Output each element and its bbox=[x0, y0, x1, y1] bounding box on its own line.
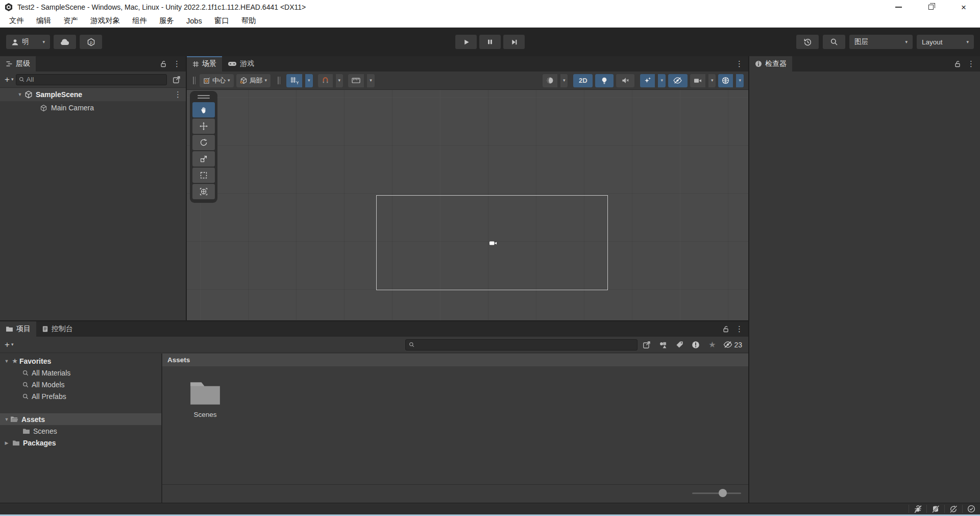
pause-button[interactable] bbox=[479, 35, 501, 49]
auto-refresh-disabled-button[interactable] bbox=[945, 503, 962, 514]
transform-tool-button[interactable] bbox=[192, 184, 215, 199]
scene-canvas[interactable] bbox=[187, 90, 748, 320]
tree-all-prefabs[interactable]: All Prefabs bbox=[0, 390, 161, 402]
menu-window[interactable]: 窗口 bbox=[208, 14, 235, 27]
play-button[interactable] bbox=[455, 35, 477, 49]
menu-gameobject[interactable]: 游戏对象 bbox=[84, 14, 126, 27]
close-button[interactable]: × bbox=[947, 0, 980, 14]
create-asset-button[interactable]: + bbox=[3, 340, 11, 349]
unlock-icon[interactable] bbox=[720, 323, 732, 335]
hierarchy-menu-kebab-icon[interactable]: ⋮ bbox=[170, 59, 183, 68]
tree-favorites[interactable]: ▼ ★ Favorites bbox=[0, 355, 161, 367]
gizmos-caret[interactable]: ▾ bbox=[736, 74, 744, 87]
camera-gizmo-icon[interactable] bbox=[489, 240, 497, 246]
tree-scenes[interactable]: Scenes bbox=[0, 425, 161, 437]
menu-help[interactable]: 帮助 bbox=[235, 14, 262, 27]
tab-hierarchy[interactable]: 层级 bbox=[0, 56, 36, 72]
tab-project[interactable]: 项目 bbox=[0, 321, 36, 337]
handle-rotation-dropdown[interactable]: 局部 ▾ bbox=[236, 74, 271, 87]
grid-settings-caret[interactable]: ▾ bbox=[305, 74, 313, 87]
collapse-arrow-icon[interactable]: ▼ bbox=[3, 359, 10, 364]
grid-visibility-toggle[interactable]: Y bbox=[286, 74, 302, 87]
inspector-menu-kebab-icon[interactable]: ⋮ bbox=[965, 59, 977, 68]
tree-all-materials[interactable]: All Materials bbox=[0, 367, 161, 379]
layout-dropdown[interactable]: Layout ▾ bbox=[917, 35, 974, 49]
tab-scene[interactable]: 场景 bbox=[187, 56, 222, 72]
tab-inspector[interactable]: 检查器 bbox=[749, 56, 792, 72]
menu-edit[interactable]: 编辑 bbox=[30, 14, 57, 27]
rect-tool-button[interactable] bbox=[192, 168, 215, 183]
grid-snapping-toggle[interactable] bbox=[318, 74, 333, 87]
project-search-input[interactable] bbox=[416, 341, 634, 348]
create-button[interactable]: + bbox=[3, 75, 11, 84]
effects-toggle[interactable] bbox=[640, 74, 655, 87]
scene-visibility-toggle[interactable] bbox=[668, 74, 688, 87]
measure-tool-button[interactable] bbox=[348, 74, 364, 87]
version-control-button[interactable]: p bbox=[80, 35, 102, 49]
undo-history-button[interactable] bbox=[796, 35, 819, 49]
2d-mode-toggle[interactable]: 2D bbox=[573, 74, 593, 87]
unlock-icon[interactable] bbox=[157, 58, 169, 70]
tree-assets[interactable]: ▼ Assets bbox=[0, 413, 161, 425]
status-ok-button[interactable] bbox=[963, 503, 980, 514]
collapse-arrow-icon[interactable]: ▼ bbox=[3, 417, 10, 422]
account-dropdown[interactable]: 明 ▾ bbox=[6, 35, 50, 49]
cache-server-disabled-button[interactable] bbox=[927, 503, 944, 514]
hierarchy-search-input[interactable] bbox=[26, 76, 164, 83]
pivot-mode-dropdown[interactable]: 中心 ▾ bbox=[200, 74, 234, 87]
snap-settings-caret[interactable]: ▾ bbox=[336, 74, 344, 87]
create-dropdown-caret-icon[interactable]: ▾ bbox=[11, 77, 14, 82]
debugger-disabled-button[interactable] bbox=[909, 503, 926, 514]
tree-all-models[interactable]: All Models bbox=[0, 379, 161, 390]
search-by-label-icon[interactable] bbox=[673, 339, 685, 351]
draw-mode-button[interactable] bbox=[543, 74, 557, 87]
project-menu-kebab-icon[interactable]: ⋮ bbox=[733, 324, 746, 334]
menu-component[interactable]: 组件 bbox=[126, 14, 153, 27]
minimize-button[interactable] bbox=[882, 0, 915, 14]
cloud-services-button[interactable] bbox=[54, 35, 76, 49]
menu-services[interactable]: 服务 bbox=[153, 14, 180, 27]
measure-options-caret[interactable]: ▾ bbox=[367, 74, 375, 87]
menu-assets[interactable]: 资产 bbox=[57, 14, 84, 27]
hierarchy-scene-row[interactable]: ▼ SampleScene ⋮ bbox=[0, 88, 186, 101]
search-button[interactable] bbox=[823, 35, 845, 49]
picker-icon[interactable] bbox=[641, 339, 653, 351]
scene-options-kebab-icon[interactable]: ⋮ bbox=[172, 90, 186, 99]
restore-button[interactable] bbox=[915, 0, 947, 14]
hierarchy-searchbox[interactable] bbox=[16, 74, 167, 85]
picker-icon[interactable] bbox=[170, 74, 183, 86]
tab-game[interactable]: 游戏 bbox=[222, 56, 260, 72]
rotate-tool-button[interactable] bbox=[192, 135, 215, 150]
collapse-arrow-icon[interactable]: ▼ bbox=[16, 92, 23, 97]
toolbar-drag-handle[interactable] bbox=[191, 77, 197, 84]
effects-caret[interactable]: ▾ bbox=[658, 74, 666, 87]
tab-console[interactable]: 控制台 bbox=[36, 321, 79, 337]
expand-arrow-icon[interactable]: ▶ bbox=[3, 440, 10, 445]
project-searchbox[interactable] bbox=[405, 339, 638, 350]
camera-view-caret[interactable]: ▾ bbox=[708, 74, 716, 87]
scene-menu-kebab-icon[interactable]: ⋮ bbox=[733, 59, 746, 68]
overlay-drag-handle[interactable] bbox=[198, 95, 210, 99]
scale-tool-button[interactable] bbox=[192, 151, 215, 167]
hierarchy-item-main-camera[interactable]: Main Camera bbox=[0, 101, 186, 114]
hidden-count-toggle[interactable]: 23 bbox=[723, 341, 742, 349]
thumbnail-zoom-slider[interactable] bbox=[692, 492, 741, 494]
step-button[interactable] bbox=[503, 35, 525, 49]
search-by-importance-icon[interactable] bbox=[690, 339, 702, 351]
asset-tile-scenes[interactable]: Scenes bbox=[180, 379, 231, 418]
search-by-type-icon[interactable] bbox=[657, 339, 669, 351]
menu-jobs[interactable]: Jobs bbox=[180, 14, 208, 27]
hand-tool-button[interactable] bbox=[192, 102, 215, 118]
menu-file[interactable]: 文件 bbox=[3, 14, 30, 27]
gizmos-toggle[interactable] bbox=[718, 74, 733, 87]
draw-mode-caret[interactable]: ▾ bbox=[560, 74, 568, 87]
layers-dropdown[interactable]: 图层 ▾ bbox=[849, 35, 913, 49]
slider-thumb[interactable] bbox=[719, 489, 727, 497]
saved-searches-star-icon[interactable]: ★ bbox=[706, 339, 718, 351]
camera-view-button[interactable] bbox=[690, 74, 705, 87]
tree-packages[interactable]: ▶ Packages bbox=[0, 437, 161, 449]
move-tool-button[interactable] bbox=[192, 119, 215, 134]
create-asset-caret-icon[interactable]: ▾ bbox=[11, 342, 14, 347]
audio-mute-toggle[interactable] bbox=[616, 74, 634, 87]
unlock-icon[interactable] bbox=[951, 58, 964, 70]
